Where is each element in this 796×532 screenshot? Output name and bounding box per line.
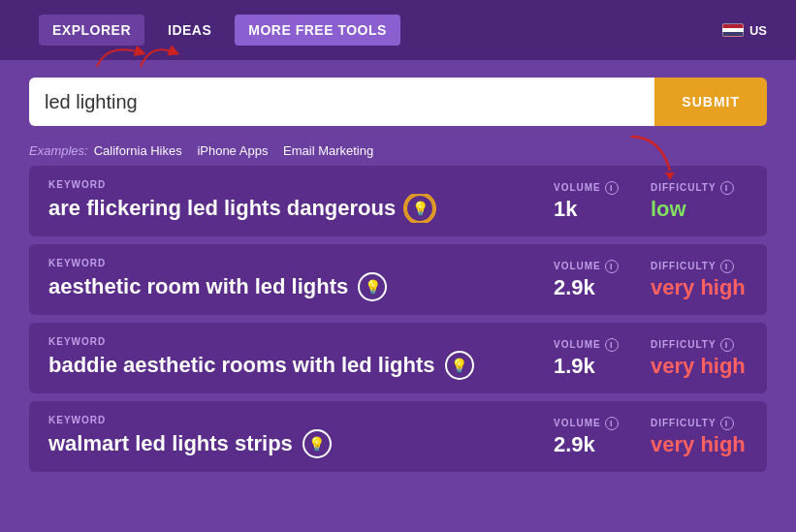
nav-ideas[interactable]: IDEAS [154,15,225,46]
search-bar: SUBMIT [29,78,767,126]
volume-info-icon[interactable]: i [605,181,619,195]
keyword-section: KEYWORD are flickering led lights danger… [48,179,534,223]
bulb-icon[interactable]: 💡 [405,194,434,223]
volume-value: 2.9k [554,432,595,457]
table-row: KEYWORD baddie aesthetic rooms with led … [29,323,767,393]
nav-explorer[interactable]: EXPLORER [39,15,144,46]
volume-section: VOLUME i 1.9k [554,338,631,379]
difficulty-label: DIFFICULTY i [651,417,734,430]
example-california-hikes[interactable]: California Hikes [94,143,182,158]
volume-label: VOLUME i [554,338,619,352]
volume-section: VOLUME i 2.9k [554,260,631,300]
difficulty-info-icon[interactable]: i [720,417,734,430]
search-input[interactable] [29,78,654,126]
bulb-icon[interactable]: 💡 [358,272,387,301]
volume-section: VOLUME i 2.9k [554,417,631,457]
difficulty-section: DIFFICULTY i very high [651,338,748,379]
difficulty-value: very high [651,432,746,457]
keyword-label: KEYWORD [48,336,534,347]
difficulty-section: DIFFICULTY i very high [651,260,748,300]
header: EXPLORER IDEAS MORE FREE TOOLS US [0,0,796,60]
difficulty-info-icon[interactable]: i [720,260,734,273]
keyword-text: are flickering led lights dangerous 💡 [48,194,534,223]
difficulty-value: very high [651,275,746,300]
results-list: KEYWORD are flickering led lights danger… [0,166,796,472]
keyword-label: KEYWORD [48,415,534,425]
search-area: SUBMIT [0,60,796,136]
keyword-text: baddie aesthetic rooms with led lights 💡 [48,351,534,380]
keyword-label: KEYWORD [48,179,534,190]
volume-value: 1.9k [554,354,595,379]
difficulty-section: DIFFICULTY i low [651,181,748,222]
keyword-section: KEYWORD walmart led lights strips 💡 [48,415,534,458]
example-iphone-apps[interactable]: iPhone Apps [197,143,268,158]
difficulty-label: DIFFICULTY i [651,260,734,273]
difficulty-section: DIFFICULTY i very high [651,417,748,457]
table-row: KEYWORD walmart led lights strips 💡 VOLU… [29,401,767,472]
flag-icon [722,23,744,37]
difficulty-label: DIFFICULTY i [651,181,734,195]
table-row: KEYWORD aesthetic room with led lights 💡… [29,244,767,315]
examples-label: Examples: [29,143,88,158]
keyword-section: KEYWORD aesthetic room with led lights 💡 [48,258,534,301]
volume-section: VOLUME i 1k [554,181,631,222]
difficulty-value: low [651,197,686,222]
volume-info-icon[interactable]: i [605,417,619,430]
volume-value: 1k [554,197,577,222]
volume-value: 2.9k [554,275,595,300]
keyword-text: aesthetic room with led lights 💡 [48,272,534,301]
examples-bar: Examples: California Hikes iPhone Apps E… [0,136,796,166]
keyword-section: KEYWORD baddie aesthetic rooms with led … [48,336,534,380]
example-email-marketing[interactable]: Email Marketing [283,143,373,158]
volume-label: VOLUME i [554,417,619,430]
keyword-label: KEYWORD [48,258,534,268]
volume-info-icon[interactable]: i [605,338,619,352]
region-selector[interactable]: US [722,23,767,38]
difficulty-value: very high [651,354,746,379]
difficulty-label: DIFFICULTY i [651,338,734,352]
volume-label: VOLUME i [554,181,619,195]
keyword-text: walmart led lights strips 💡 [48,429,534,458]
volume-info-icon[interactable]: i [605,260,619,273]
bulb-icon[interactable]: 💡 [302,429,332,458]
table-row: KEYWORD are flickering led lights danger… [29,166,767,236]
submit-button[interactable]: SUBMIT [654,78,767,126]
volume-label: VOLUME i [554,260,619,273]
difficulty-info-icon[interactable]: i [720,338,734,352]
region-label: US [749,23,767,38]
nav-more-free-tools[interactable]: MORE FREE TOOLS [235,15,400,46]
bulb-icon[interactable]: 💡 [445,351,474,380]
difficulty-info-icon[interactable]: i [720,181,734,195]
